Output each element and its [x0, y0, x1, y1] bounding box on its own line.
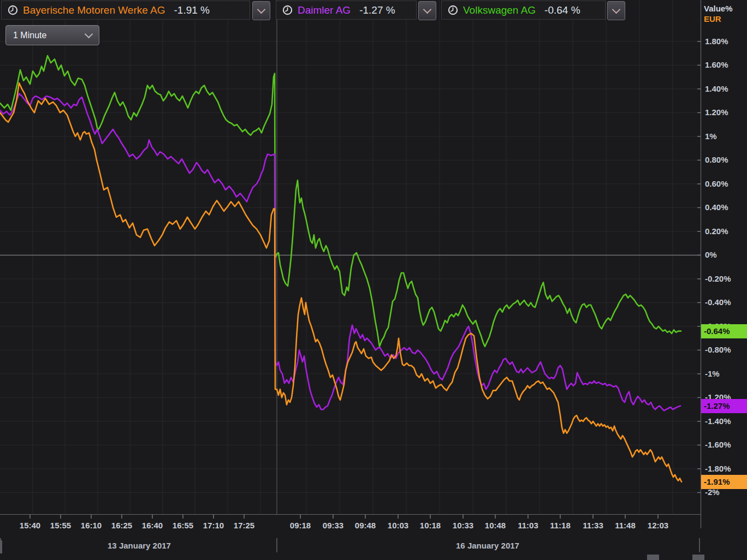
scrollbar-fragment[interactable] [0, 540, 2, 553]
tab-security-volkswagen[interactable]: Volkswagen AG -0.64 % [441, 1, 606, 20]
tab-security-daimler[interactable]: Daimler AG -1.27 % [276, 1, 417, 20]
x-tick-label: 12:03 [643, 521, 673, 530]
security-dropdown-button-volkswagen[interactable] [607, 1, 625, 20]
y-tick-label: 0.60% [705, 178, 728, 189]
y-tick-label: 0% [705, 249, 717, 260]
x-tick-label: 16:25 [106, 521, 137, 530]
x-tick-label: 16:10 [76, 521, 106, 530]
security-dropdown-button-bmw[interactable] [252, 1, 270, 20]
y-tick-label: 0.20% [705, 226, 728, 237]
security-change: -1.27 % [359, 4, 395, 16]
x-tick-label: 15:55 [45, 521, 76, 530]
value-axis-currency: EUR [704, 14, 721, 23]
x-tick-label: 09:48 [350, 521, 381, 530]
interval-dropdown[interactable]: 1 Minute [5, 25, 99, 45]
y-tick-label: -1.40% [705, 416, 731, 427]
x-tick-label: 10:18 [415, 521, 446, 530]
y-tick-label: -0.80% [705, 344, 731, 355]
y-tick-label: 1.40% [705, 84, 728, 94]
chart-plot-area[interactable] [0, 0, 747, 560]
security-name: Bayerische Motoren Werke AG [23, 4, 165, 16]
x-tick-label: 10:48 [480, 521, 511, 530]
y-tick-label: 1% [705, 131, 717, 142]
y-tick-label: 1.60% [705, 59, 728, 70]
scrollbar-fragment[interactable] [647, 555, 659, 560]
x-tick-label: 15:40 [15, 521, 45, 530]
date-label: 13 January 2017 [79, 541, 199, 550]
y-tick-label: -1.60% [705, 439, 731, 450]
chevron-down-icon [85, 30, 93, 39]
trading-chart-window: Bayerische Motoren Werke AG -1.91 % Daim… [0, 0, 747, 560]
x-tick-label: 10:33 [448, 521, 478, 530]
x-tick-label: 17:10 [198, 521, 229, 530]
date-label: 16 January 2017 [428, 541, 548, 550]
y-tick-label: 1.80% [705, 36, 728, 47]
y-tick-label: -0.40% [705, 297, 731, 308]
x-tick-label: 16:40 [137, 521, 168, 530]
interval-label: 1 Minute [13, 31, 46, 40]
x-tick-label: 09:18 [285, 521, 316, 530]
x-tick-label: 09:33 [318, 521, 348, 530]
chevron-down-icon [423, 5, 432, 14]
scrollbar-fragment[interactable] [692, 555, 704, 560]
x-tick-label: 11:18 [545, 521, 576, 530]
clock-icon [448, 5, 458, 15]
tab-security-bmw[interactable]: Bayerische Motoren Werke AG -1.91 % [1, 1, 250, 20]
y-tick-label: 1.20% [705, 107, 728, 118]
security-name: Volkswagen AG [463, 4, 536, 16]
y-tick-label: -1.80% [705, 463, 731, 474]
security-name: Daimler AG [298, 4, 351, 16]
x-tick-label: 16:55 [168, 521, 198, 530]
security-change: -1.91 % [174, 4, 209, 16]
price-badge: -1.27% [701, 399, 747, 413]
chevron-down-icon [257, 5, 266, 14]
x-tick-label: 11:48 [610, 521, 641, 530]
x-tick-label: 11:33 [578, 521, 608, 530]
series-line-daimler-ag [0, 94, 680, 411]
clock-icon [8, 5, 18, 15]
security-change: -0.64 % [544, 4, 580, 16]
price-badge: -0.64% [701, 324, 747, 338]
y-tick-label: 0.80% [705, 154, 728, 165]
x-tick-label: 10:03 [383, 521, 413, 530]
clock-icon [282, 5, 293, 15]
value-axis-title: Value% [704, 4, 733, 13]
y-tick-label: -1% [705, 368, 720, 379]
chevron-down-icon [612, 5, 621, 14]
x-tick-label: 17:25 [229, 521, 259, 530]
series-line-volkswagen-ag [0, 56, 681, 347]
security-dropdown-button-daimler[interactable] [418, 1, 436, 20]
x-tick-label: 11:03 [513, 521, 543, 530]
price-badge: -1.91% [701, 475, 747, 489]
y-tick-label: 0.40% [705, 202, 728, 213]
y-tick-label: -0.20% [705, 273, 731, 284]
